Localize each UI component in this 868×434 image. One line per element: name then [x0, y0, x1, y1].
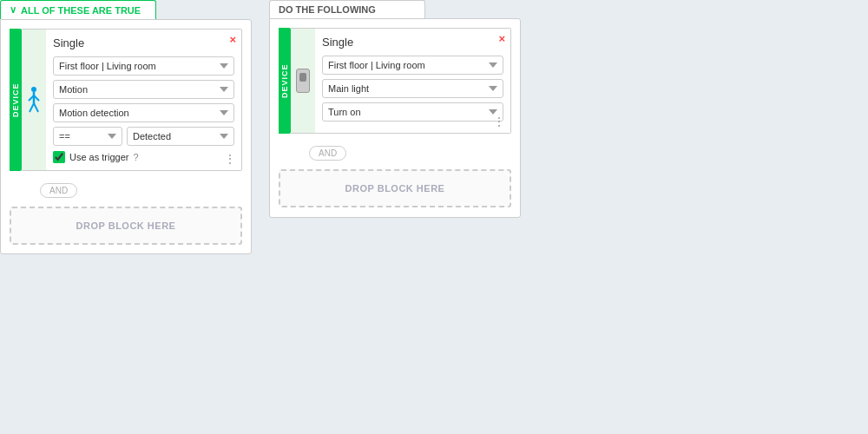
left-drop-zone[interactable]: DROP BLOCK HERE — [10, 207, 242, 245]
condition-label: ALL OF THESE ARE TRUE — [21, 5, 141, 16]
motion-person-icon — [25, 86, 43, 114]
right-drop-zone[interactable]: DROP BLOCK HERE — [279, 169, 511, 207]
right-device-row: Main light — [322, 79, 503, 98]
left-trigger-row: Use as trigger ? — [53, 151, 234, 163]
svg-line-4 — [30, 103, 34, 112]
left-card: DEVICE × Single — [0, 19, 252, 254]
left-dots-menu[interactable]: ⋮ — [224, 153, 236, 165]
right-location-select[interactable]: First floor | Living room — [322, 56, 503, 75]
right-block-content: × Single First floor | Living room Main … — [315, 28, 511, 134]
do-following-label: DO THE FOLLOWING — [279, 4, 376, 15]
left-location-select[interactable]: First floor | Living room — [53, 56, 234, 76]
right-device-select[interactable]: Main light — [322, 79, 503, 98]
left-location-row: First floor | Living room — [53, 56, 234, 76]
left-operator-row: == Detected — [53, 127, 234, 146]
left-block-content: × Single First floor | Living room Motio… — [46, 29, 242, 171]
light-switch-icon — [296, 69, 310, 93]
right-dots-menu[interactable]: ⋮ — [493, 115, 505, 128]
left-operator-select[interactable]: == — [53, 127, 122, 146]
left-device-label: DEVICE — [10, 29, 22, 171]
left-trigger-help[interactable]: ? — [133, 152, 138, 162]
do-following-header: DO THE FOLLOWING — [269, 0, 425, 18]
svg-point-0 — [31, 87, 36, 92]
condition-header[interactable]: ∨ ALL OF THESE ARE TRUE — [0, 0, 156, 19]
right-and-badge: AND — [309, 146, 346, 161]
right-close-button[interactable]: × — [498, 32, 505, 45]
right-block-title: Single — [322, 36, 503, 49]
left-trigger-checkbox[interactable] — [53, 151, 65, 163]
right-card: DEVICE × Single First floor | Living roo… — [269, 18, 521, 218]
right-action-select[interactable]: Turn on — [322, 102, 503, 122]
right-action-row: Turn on — [322, 102, 503, 122]
svg-line-5 — [34, 103, 38, 112]
right-block-container: DEVICE × Single First floor | Living roo… — [279, 28, 511, 134]
left-sensor-type-row: Motion detection — [53, 103, 234, 122]
left-sensor-select[interactable]: Motion — [53, 80, 234, 99]
left-block-container: DEVICE × Single — [10, 29, 242, 171]
left-and-badge: AND — [40, 183, 77, 198]
left-block-title: Single — [53, 36, 234, 49]
chevron-icon: ∨ — [10, 4, 16, 16]
left-sensor-type-select[interactable]: Motion detection — [53, 103, 234, 122]
right-location-row: First floor | Living room — [322, 56, 503, 75]
right-device-label: DEVICE — [279, 28, 291, 134]
left-state-select[interactable]: Detected — [127, 127, 234, 146]
left-trigger-label: Use as trigger — [69, 152, 128, 162]
left-close-button[interactable]: × — [229, 33, 236, 46]
left-sensor-row: Motion — [53, 80, 234, 99]
